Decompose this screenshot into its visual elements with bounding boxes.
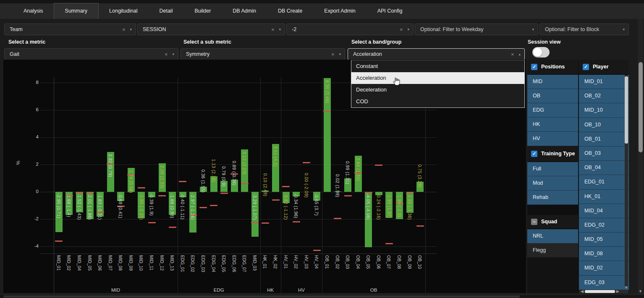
squad-header[interactable]: –Squad <box>527 215 578 229</box>
group-separator <box>54 77 54 293</box>
page-hscrollbar[interactable] <box>0 294 644 298</box>
player-item-mid-10[interactable]: MID_10 <box>579 103 629 118</box>
indeterminate-checkbox-icon[interactable]: – <box>531 219 537 225</box>
scroll-right-icon[interactable]: ▶ <box>616 290 619 293</box>
marker-mid-10 <box>138 187 145 188</box>
bar-label-ob-02: 0.02 (1.99) <box>335 174 340 197</box>
positions-item-hk[interactable]: HK <box>527 118 578 132</box>
squad-item-flegg[interactable]: Flegg <box>527 243 578 258</box>
session-select[interactable]: SESSION × ▾ <box>137 24 285 35</box>
tab-summary[interactable]: Summary <box>54 3 98 19</box>
weekday-filter-placeholder: Optional: Filter to Weekday <box>420 26 484 32</box>
group-separator <box>260 77 261 293</box>
bar-label-mid-09: 1.74 (0.58) <box>128 170 133 193</box>
tab-analysis[interactable]: Analysis <box>13 3 54 19</box>
team-select[interactable]: Team × ▾ <box>4 24 136 35</box>
player-item-edg-02[interactable]: EDG_02 <box>579 218 629 233</box>
offset-select[interactable]: -2 × ▾ <box>286 24 414 35</box>
weekday-filter-select[interactable]: Optional: Filter to Weekday ▾ <box>415 24 538 35</box>
tab-db-admin[interactable]: DB Admin <box>222 3 267 19</box>
tab-builder[interactable]: Builder <box>183 3 222 19</box>
clear-icon[interactable]: × <box>400 26 403 33</box>
chevron-down-icon[interactable]: ▾ <box>623 27 625 31</box>
page-hscrollbar-thumb[interactable] <box>3 295 520 298</box>
tab-api-config[interactable]: API Config <box>367 3 414 19</box>
player-item-mid-05[interactable]: MID_05 <box>579 233 629 247</box>
gridline <box>40 110 437 110</box>
player-header[interactable]: ✓Player <box>579 60 629 75</box>
clear-icon[interactable]: × <box>511 51 514 58</box>
player-hscrollbar-thumb[interactable] <box>585 290 615 293</box>
tab-detail[interactable]: Detail <box>148 3 183 19</box>
player-item-ob-02[interactable]: OB_02 <box>579 89 629 103</box>
clear-icon[interactable]: × <box>165 51 168 58</box>
bar-label-edg-05: 0.79 (0.9) <box>221 166 226 187</box>
page-vscrollbar[interactable]: ▼ <box>638 19 643 295</box>
training-type-item-full[interactable]: Full <box>527 162 578 176</box>
clear-icon[interactable]: × <box>122 26 126 33</box>
band-group-select[interactable]: Acceleration × ▴ <box>348 48 525 60</box>
block-filter-select[interactable]: Optional: Filter to Block ▾ <box>539 24 629 35</box>
marker-mid-03 <box>251 222 259 223</box>
tab-export-admin[interactable]: Export Admin <box>313 3 366 19</box>
chevron-down-icon[interactable]: ▾ <box>130 27 132 31</box>
positions-header[interactable]: ✓Positions <box>527 60 578 75</box>
bar-label-ob-01: 8.35 (2.49) <box>324 80 329 103</box>
player-item-mid-08[interactable]: MID_08 <box>579 247 629 261</box>
chevron-up-icon[interactable]: ▴ <box>518 52 521 56</box>
positions-item-hv[interactable]: HV <box>527 132 578 146</box>
player-item-ob-10[interactable]: OB_10 <box>579 118 629 132</box>
checked-checkbox-icon[interactable]: ✓ <box>583 64 589 70</box>
clear-icon[interactable]: × <box>271 26 275 33</box>
session-view-toggle[interactable] <box>532 47 550 58</box>
player-scrollbar-thumb[interactable] <box>625 76 628 144</box>
training-type-title: Training Type <box>541 151 575 157</box>
positions-item-ob[interactable]: OB <box>527 89 578 103</box>
player-item-ob-01[interactable]: OB_01 <box>579 132 629 146</box>
training-type-item-mod[interactable]: Mod <box>527 176 578 191</box>
dropdown-option-cod[interactable]: COD <box>351 96 524 107</box>
chevron-down-icon[interactable]: ▾ <box>339 52 341 56</box>
x-axis-label-mid-12: MID_12 <box>160 255 165 271</box>
tab-db-create[interactable]: DB Create <box>267 3 313 19</box>
clear-icon[interactable]: × <box>331 51 335 58</box>
player-item-hk-01[interactable]: HK_01 <box>579 190 629 204</box>
squad-item-nrl[interactable]: NRL <box>527 229 578 243</box>
checked-checkbox-icon[interactable]: ✓ <box>531 151 537 157</box>
scroll-down-icon[interactable]: ▼ <box>639 290 642 293</box>
marker-edg-04 <box>210 205 217 206</box>
bar-label-mid-04: -1.52 (-1.43) <box>76 193 81 220</box>
player-item-ob-03[interactable]: OB_03 <box>579 146 629 161</box>
bar-label-mid-02: -1.68 (-1.4) <box>66 193 71 217</box>
bar-label-ob-04: 2.64 (1.32) <box>355 158 360 181</box>
player-item-edg-01[interactable]: EDG_01 <box>579 175 629 189</box>
player-hscrollbar[interactable]: ◀ ▶ <box>579 290 628 293</box>
dropdown-option-constant[interactable]: Constant <box>351 60 524 72</box>
dropdown-option-acceleration[interactable]: Acceleration <box>351 72 524 84</box>
player-item-mid-02[interactable]: MID_02 <box>579 261 629 275</box>
player-item-mid-01[interactable]: MID_01 <box>579 75 629 89</box>
x-axis-label-ob-10: OB_10 <box>417 255 422 269</box>
chevron-down-icon[interactable]: ▾ <box>407 27 409 31</box>
scroll-left-icon[interactable]: ◀ <box>581 290 584 293</box>
metric-select[interactable]: Gait × ▾ <box>4 48 178 60</box>
tab-longitudinal[interactable]: Longitudinal <box>98 3 148 19</box>
x-axis-label-ob-08: OB_08 <box>397 255 402 269</box>
scroll-down-icon[interactable]: ▼ <box>624 286 628 290</box>
training-type-item-rehab[interactable]: Rehab <box>527 191 578 205</box>
positions-item-edg[interactable]: EDG <box>527 103 578 118</box>
player-item-ob-04[interactable]: OB_04 <box>579 161 629 175</box>
chevron-down-icon[interactable]: ▾ <box>172 52 174 56</box>
training-type-header[interactable]: ✓Training Type <box>527 146 578 162</box>
player-item-mid-04[interactable]: MID_04 <box>579 204 629 218</box>
positions-title: Positions <box>541 64 565 70</box>
dropdown-option-deceleration[interactable]: Deceleration <box>351 84 524 96</box>
player-item-edg-03[interactable]: EDG_03 <box>579 276 629 290</box>
chevron-down-icon[interactable]: ▾ <box>532 27 534 31</box>
positions-item-mid[interactable]: MID <box>527 75 578 89</box>
chevron-down-icon[interactable]: ▾ <box>279 27 281 31</box>
page-vscrollbar-thumb[interactable] <box>639 62 643 152</box>
bar-label-ob-08: -1.99 (-1.0) <box>397 193 402 217</box>
checked-checkbox-icon[interactable]: ✓ <box>531 64 537 70</box>
sub-metric-select[interactable]: Symmetry × ▾ <box>181 48 345 60</box>
